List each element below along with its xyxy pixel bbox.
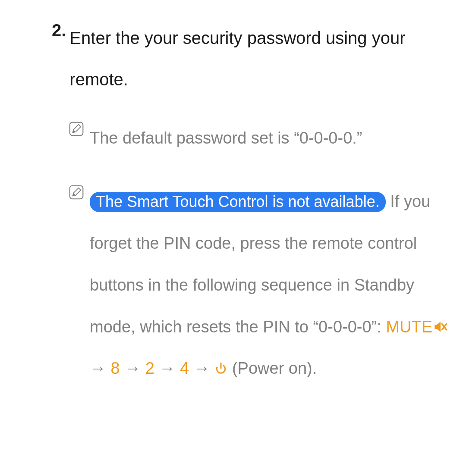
note-block-1: The default password set is “0-0-0-0.” [52, 117, 449, 159]
note-text-2: The Smart Touch Control is not available… [90, 181, 449, 389]
mute-icon [432, 318, 448, 336]
svg-rect-1 [70, 186, 83, 199]
note-text-1: The default password set is “0-0-0-0.” [90, 117, 362, 159]
power-label: (Power on). [232, 359, 317, 377]
arrow-icon: → [90, 359, 106, 377]
note-icon [69, 122, 84, 138]
sequence-digit-1: 8 [111, 359, 120, 377]
note-body-text: If you forget the PIN code, press the re… [90, 192, 430, 336]
arrow-icon: → [194, 359, 210, 377]
sequence-digit-3: 4 [180, 359, 189, 377]
instruction-step: 2. Enter the your security password usin… [52, 17, 449, 100]
highlight-badge: The Smart Touch Control is not available… [90, 192, 386, 212]
note-block-2: The Smart Touch Control is not available… [52, 181, 449, 389]
document-page: 2. Enter the your security password usin… [0, 0, 466, 428]
note-icon [69, 185, 84, 201]
sequence-digit-2: 2 [145, 359, 154, 377]
step-number: 2. [52, 17, 66, 43]
mute-label: MUTE [386, 318, 432, 336]
arrow-icon: → [124, 359, 141, 377]
arrow-icon: → [159, 359, 176, 377]
step-text: Enter the your security password using y… [69, 17, 449, 100]
power-icon [214, 359, 227, 377]
svg-rect-0 [70, 122, 83, 136]
